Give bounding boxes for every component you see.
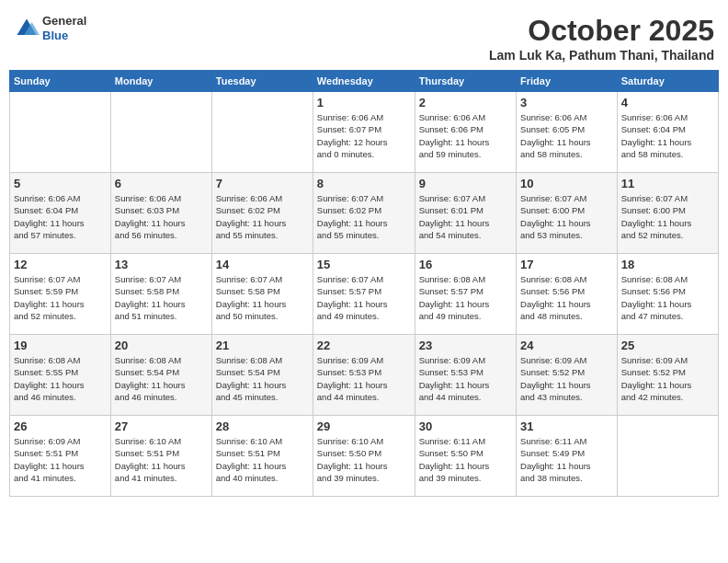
day-number: 20 — [115, 339, 208, 352]
week-row-4: 19Sunrise: 6:08 AMSunset: 5:55 PMDayligh… — [10, 335, 719, 416]
day-info: Sunrise: 6:06 AMSunset: 6:06 PMDaylight:… — [419, 111, 512, 160]
day-cell — [110, 92, 211, 173]
day-number: 12 — [14, 258, 107, 271]
logo-blue: Blue — [42, 29, 86, 43]
month-title: October 2025 — [489, 14, 714, 48]
day-number: 25 — [621, 339, 714, 352]
header-day-friday: Friday — [517, 71, 618, 92]
day-number: 19 — [14, 339, 107, 352]
day-cell: 11Sunrise: 6:07 AMSunset: 6:00 PMDayligh… — [617, 173, 718, 254]
day-cell: 7Sunrise: 6:06 AMSunset: 6:02 PMDaylight… — [211, 173, 313, 254]
day-cell — [10, 92, 111, 173]
day-cell: 31Sunrise: 6:11 AMSunset: 5:49 PMDayligh… — [517, 416, 618, 497]
day-number: 24 — [520, 339, 613, 352]
day-number: 30 — [419, 419, 512, 433]
day-cell: 5Sunrise: 6:06 AMSunset: 6:04 PMDaylight… — [10, 173, 111, 254]
day-info: Sunrise: 6:06 AMSunset: 6:07 PMDaylight:… — [317, 111, 411, 160]
day-info: Sunrise: 6:08 AMSunset: 5:54 PMDaylight:… — [115, 354, 208, 403]
day-info: Sunrise: 6:09 AMSunset: 5:53 PMDaylight:… — [419, 354, 512, 403]
day-info: Sunrise: 6:07 AMSunset: 6:00 PMDaylight:… — [621, 192, 714, 241]
day-number: 1 — [317, 96, 411, 109]
day-info: Sunrise: 6:09 AMSunset: 5:53 PMDaylight:… — [317, 354, 411, 403]
day-info: Sunrise: 6:08 AMSunset: 5:56 PMDaylight:… — [621, 273, 714, 322]
day-cell: 18Sunrise: 6:08 AMSunset: 5:56 PMDayligh… — [617, 254, 718, 335]
day-cell: 3Sunrise: 6:06 AMSunset: 6:05 PMDaylight… — [517, 92, 618, 173]
day-info: Sunrise: 6:06 AMSunset: 6:05 PMDaylight:… — [520, 111, 613, 160]
day-number: 11 — [621, 177, 714, 190]
day-info: Sunrise: 6:07 AMSunset: 5:58 PMDaylight:… — [115, 273, 208, 322]
day-info: Sunrise: 6:08 AMSunset: 5:55 PMDaylight:… — [14, 354, 107, 403]
day-cell: 12Sunrise: 6:07 AMSunset: 5:59 PMDayligh… — [10, 254, 111, 335]
day-number: 31 — [520, 419, 613, 433]
day-cell: 20Sunrise: 6:08 AMSunset: 5:54 PMDayligh… — [110, 335, 211, 416]
logo-general: General — [42, 14, 86, 29]
header-day-sunday: Sunday — [10, 71, 111, 92]
calendar-header: SundayMondayTuesdayWednesdayThursdayFrid… — [10, 71, 719, 92]
day-info: Sunrise: 6:11 AMSunset: 5:50 PMDaylight:… — [419, 435, 512, 484]
day-cell: 16Sunrise: 6:08 AMSunset: 5:57 PMDayligh… — [415, 254, 516, 335]
day-number: 27 — [115, 419, 208, 433]
day-number: 9 — [419, 177, 512, 190]
day-info: Sunrise: 6:07 AMSunset: 6:02 PMDaylight:… — [317, 192, 411, 241]
day-info: Sunrise: 6:08 AMSunset: 5:57 PMDaylight:… — [419, 273, 512, 322]
day-info: Sunrise: 6:07 AMSunset: 6:00 PMDaylight:… — [520, 192, 613, 241]
day-cell: 8Sunrise: 6:07 AMSunset: 6:02 PMDaylight… — [313, 173, 415, 254]
day-info: Sunrise: 6:10 AMSunset: 5:50 PMDaylight:… — [317, 435, 411, 484]
day-cell: 15Sunrise: 6:07 AMSunset: 5:57 PMDayligh… — [313, 254, 415, 335]
header-day-saturday: Saturday — [617, 71, 718, 92]
day-info: Sunrise: 6:07 AMSunset: 5:59 PMDaylight:… — [14, 273, 107, 322]
week-row-3: 12Sunrise: 6:07 AMSunset: 5:59 PMDayligh… — [10, 254, 719, 335]
header-day-thursday: Thursday — [415, 71, 516, 92]
header-row: SundayMondayTuesdayWednesdayThursdayFrid… — [10, 71, 719, 92]
day-number: 29 — [317, 419, 411, 433]
day-number: 17 — [520, 258, 613, 271]
day-cell: 10Sunrise: 6:07 AMSunset: 6:00 PMDayligh… — [517, 173, 618, 254]
day-info: Sunrise: 6:09 AMSunset: 5:52 PMDaylight:… — [621, 354, 714, 403]
logo-icon — [14, 16, 40, 41]
day-cell: 25Sunrise: 6:09 AMSunset: 5:52 PMDayligh… — [617, 335, 718, 416]
day-cell: 29Sunrise: 6:10 AMSunset: 5:50 PMDayligh… — [313, 416, 415, 497]
day-number: 10 — [520, 177, 613, 190]
day-number: 21 — [216, 339, 309, 352]
header-day-wednesday: Wednesday — [313, 71, 415, 92]
day-number: 16 — [419, 258, 512, 271]
logo-text: General Blue — [42, 14, 86, 42]
day-number: 23 — [419, 339, 512, 352]
day-cell: 6Sunrise: 6:06 AMSunset: 6:03 PMDaylight… — [110, 173, 211, 254]
day-number: 13 — [115, 258, 208, 271]
day-number: 26 — [14, 419, 107, 433]
week-row-1: 1Sunrise: 6:06 AMSunset: 6:07 PMDaylight… — [10, 92, 719, 173]
day-cell: 26Sunrise: 6:09 AMSunset: 5:51 PMDayligh… — [10, 416, 111, 497]
calendar-body: 1Sunrise: 6:06 AMSunset: 6:07 PMDaylight… — [10, 92, 719, 497]
day-number: 15 — [317, 258, 411, 271]
page-header: General Blue October 2025 Lam Luk Ka, Pa… — [9, 9, 719, 63]
week-row-2: 5Sunrise: 6:06 AMSunset: 6:04 PMDaylight… — [10, 173, 719, 254]
day-info: Sunrise: 6:06 AMSunset: 6:02 PMDaylight:… — [216, 192, 309, 241]
header-day-monday: Monday — [110, 71, 211, 92]
day-cell: 9Sunrise: 6:07 AMSunset: 6:01 PMDaylight… — [415, 173, 516, 254]
week-row-5: 26Sunrise: 6:09 AMSunset: 5:51 PMDayligh… — [10, 416, 719, 497]
calendar-table: SundayMondayTuesdayWednesdayThursdayFrid… — [9, 70, 719, 497]
day-cell: 19Sunrise: 6:08 AMSunset: 5:55 PMDayligh… — [10, 335, 111, 416]
day-info: Sunrise: 6:10 AMSunset: 5:51 PMDaylight:… — [115, 435, 208, 484]
day-cell: 28Sunrise: 6:10 AMSunset: 5:51 PMDayligh… — [211, 416, 313, 497]
day-cell: 17Sunrise: 6:08 AMSunset: 5:56 PMDayligh… — [517, 254, 618, 335]
day-number: 3 — [520, 96, 613, 109]
day-cell: 23Sunrise: 6:09 AMSunset: 5:53 PMDayligh… — [415, 335, 516, 416]
day-info: Sunrise: 6:06 AMSunset: 6:04 PMDaylight:… — [14, 192, 107, 241]
day-number: 5 — [14, 177, 107, 190]
day-cell: 4Sunrise: 6:06 AMSunset: 6:04 PMDaylight… — [617, 92, 718, 173]
day-number: 7 — [216, 177, 309, 190]
day-info: Sunrise: 6:07 AMSunset: 6:01 PMDaylight:… — [419, 192, 512, 241]
day-info: Sunrise: 6:06 AMSunset: 6:04 PMDaylight:… — [621, 111, 714, 160]
day-info: Sunrise: 6:07 AMSunset: 5:58 PMDaylight:… — [216, 273, 309, 322]
day-cell: 1Sunrise: 6:06 AMSunset: 6:07 PMDaylight… — [313, 92, 415, 173]
day-info: Sunrise: 6:09 AMSunset: 5:51 PMDaylight:… — [14, 435, 107, 484]
location-title: Lam Luk Ka, Pathum Thani, Thailand — [489, 48, 714, 63]
day-number: 22 — [317, 339, 411, 352]
day-info: Sunrise: 6:07 AMSunset: 5:57 PMDaylight:… — [317, 273, 411, 322]
day-info: Sunrise: 6:08 AMSunset: 5:54 PMDaylight:… — [216, 354, 309, 403]
day-info: Sunrise: 6:09 AMSunset: 5:52 PMDaylight:… — [520, 354, 613, 403]
day-number: 14 — [216, 258, 309, 271]
day-cell: 30Sunrise: 6:11 AMSunset: 5:50 PMDayligh… — [415, 416, 516, 497]
